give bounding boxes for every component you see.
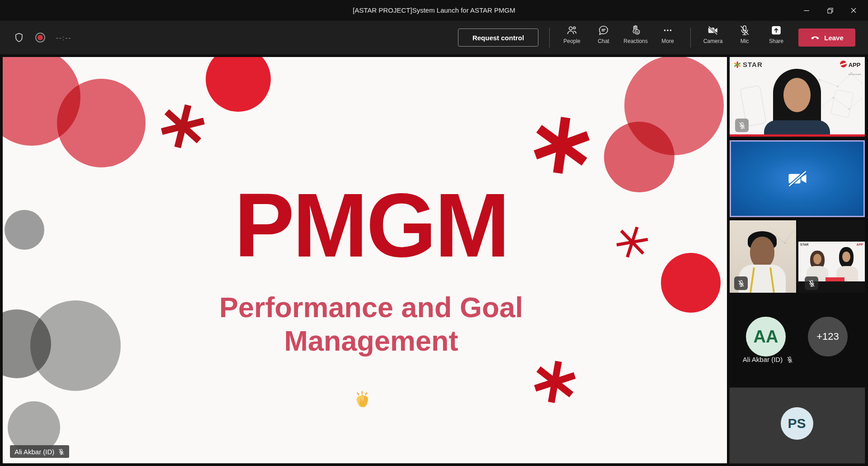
toolbar-left-group: --:-- (14, 21, 71, 54)
minimize-button[interactable] (795, 0, 818, 21)
share-button[interactable]: Share (762, 24, 791, 52)
slide-subtitle-line2: Management (9, 324, 727, 357)
participant-face (842, 252, 850, 262)
participant-tile-camera-off[interactable] (730, 140, 865, 217)
presenter-name-pill: Ali Akbar (ID) (10, 445, 69, 458)
chat-button[interactable]: Chat (589, 24, 618, 52)
close-icon (850, 7, 857, 14)
mic-off-icon (58, 448, 65, 455)
star-logo-icon (734, 62, 741, 68)
participant-face (813, 254, 821, 264)
minimize-icon (803, 7, 810, 14)
overflow-count: +123 (816, 331, 839, 342)
participant-sidebar: STAR APP sinarmas (730, 54, 865, 466)
muted-badge (805, 276, 818, 290)
reactions-button[interactable]: Reactions (619, 24, 652, 52)
restore-button[interactable] (818, 0, 842, 21)
participant-tile-video-1[interactable]: STAR APP sinarmas (730, 57, 865, 137)
mic-label: Mic (741, 38, 749, 44)
participant-avatar-aa[interactable]: AA (746, 317, 786, 357)
mic-off-icon (738, 122, 746, 129)
window-controls (795, 0, 865, 21)
meeting-stage: PMGM Performance and Goal Management Ali… (0, 54, 868, 466)
people-button[interactable]: People (557, 24, 586, 52)
participant-name: Ali Akbar (ID) (743, 356, 783, 363)
avatar-initials: PS (788, 416, 806, 431)
people-label: People (563, 38, 580, 44)
more-icon (662, 24, 674, 36)
participant-name-row: Ali Akbar (ID) (730, 356, 807, 363)
presenter-name: Ali Akbar (ID) (14, 448, 54, 456)
muted-badge (735, 119, 749, 132)
app-logo: APP (857, 243, 863, 246)
app-sinarmas-logo: APP sinarmas (840, 61, 861, 77)
meeting-toolbar: --:-- Request control People Chat Reacti… (0, 21, 868, 54)
background-red-stripe (730, 134, 865, 137)
avatar-initials: AA (754, 327, 778, 347)
more-label: More (661, 38, 674, 44)
shield-icon (14, 32, 24, 43)
people-icon (566, 24, 578, 36)
video-off-icon (786, 167, 809, 190)
clap-emoji (3, 388, 724, 410)
mic-off-icon (808, 280, 816, 287)
camera-button[interactable]: Camera (698, 24, 727, 52)
chat-label: Chat (598, 38, 609, 44)
muted-badge (734, 276, 748, 290)
red-circle-decoration (206, 57, 271, 112)
red-circle-decoration (57, 79, 146, 167)
toolbar-divider (690, 28, 691, 48)
participant-face (783, 78, 811, 112)
leave-button[interactable]: Leave (798, 29, 855, 47)
close-button[interactable] (842, 0, 865, 21)
avatar-row: AA +123 Ali Akbar (ID) (730, 297, 865, 385)
participant-tile-video-3[interactable]: STAR APP (798, 220, 865, 293)
more-button[interactable]: More (653, 24, 682, 52)
leave-label: Leave (824, 34, 844, 42)
red-accent (826, 277, 844, 281)
mic-off-icon (786, 356, 793, 363)
meeting-timer: --:-- (56, 34, 71, 42)
participant-avatar-ps: PS (781, 407, 813, 440)
camera-off-icon (707, 24, 719, 36)
overflow-participants-badge[interactable]: +123 (808, 317, 848, 357)
participant-tile-ps[interactable]: PS (730, 388, 865, 463)
slide-title: PMGM (9, 180, 727, 271)
slide-subtitle: Performance and Goal Management (9, 290, 727, 357)
window-title-bar: [ASTAR PROJECT]System Launch for ASTAR P… (0, 0, 868, 21)
reactions-label: Reactions (623, 38, 647, 44)
reactions-icon (630, 24, 642, 36)
chat-icon (598, 24, 609, 36)
camera-label: Camera (703, 38, 723, 44)
mic-button[interactable]: Mic (730, 24, 759, 52)
share-icon (770, 24, 783, 36)
request-control-button[interactable]: Request control (458, 29, 538, 47)
mic-off-icon (739, 24, 750, 36)
star-logo: STAR (734, 61, 763, 68)
restore-icon (827, 7, 834, 14)
slide-subtitle-line1: Performance and Goal (9, 290, 727, 324)
letterboxed-video: STAR APP (798, 242, 865, 281)
hang-up-icon (810, 33, 820, 43)
mic-off-icon (737, 280, 745, 287)
red-asterisk-decoration (530, 114, 593, 177)
participant-face (750, 237, 774, 268)
star-logo: STAR (800, 243, 809, 246)
red-asterisk-decoration (156, 100, 209, 152)
toolbar-divider (549, 28, 550, 48)
app-logo-icon (840, 61, 847, 67)
recording-indicator-icon (35, 33, 45, 43)
shared-screen-slide[interactable]: PMGM Performance and Goal Management Ali… (3, 57, 727, 463)
participant-tile-video-2[interactable] (730, 220, 796, 293)
window-title: [ASTAR PROJECT]System Launch for ASTAR P… (0, 0, 868, 21)
share-label: Share (769, 38, 783, 44)
